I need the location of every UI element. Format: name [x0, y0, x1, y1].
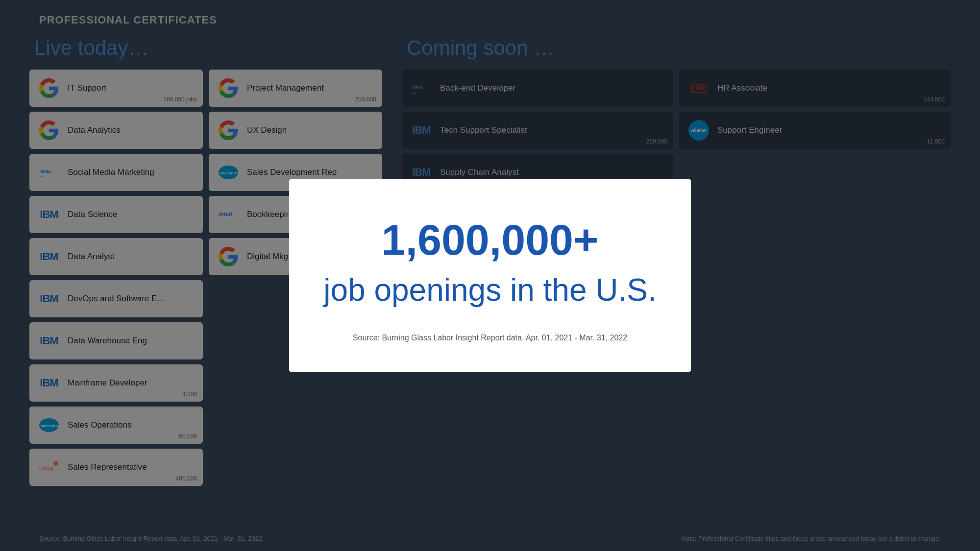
modal-source: Source: Burning Glass Labor Insight Repo… — [318, 334, 662, 342]
modal-text: job openings in the U.S. — [318, 271, 662, 309]
modal-dialog: 1,600,000+ job openings in the U.S. Sour… — [289, 179, 691, 372]
modal-number: 1,600,000+ — [318, 218, 662, 262]
modal-overlay[interactable]: 1,600,000+ job openings in the U.S. Sour… — [0, 0, 980, 551]
page-wrapper: PROFESSIONAL CERTIFICATES Live today… IT… — [0, 0, 980, 551]
